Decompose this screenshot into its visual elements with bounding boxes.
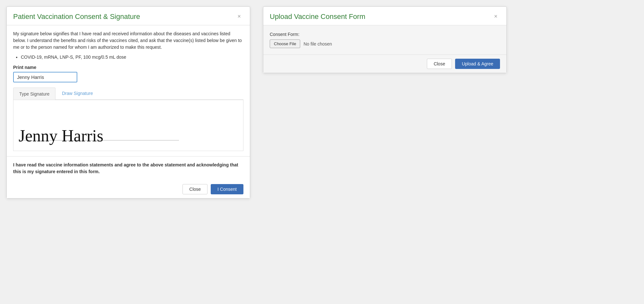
consent-text: My signature below signifies that I have… (13, 30, 243, 51)
consent-form-label: Consent Form: (270, 32, 500, 37)
vaccine-list: COVID-19, mRNA, LNP-S, PF, 100 mcg/0.5 m… (21, 55, 243, 60)
signature-display: Jenny Harris (19, 128, 103, 144)
right-modal-title: Upload Vaccine Consent Form (270, 13, 365, 21)
signature-tabs: Type Signature Draw Signature (13, 88, 243, 100)
tab-type-signature[interactable]: Type Signature (13, 88, 55, 100)
left-modal-header: Patient Vaccination Consent & Signature … (7, 7, 250, 25)
right-modal: Upload Vaccine Consent Form × Consent Fo… (263, 6, 507, 73)
right-modal-close-button[interactable]: × (491, 12, 500, 21)
choose-file-button[interactable]: Choose File (270, 39, 300, 48)
left-modal-title: Patient Vaccination Consent & Signature (13, 13, 140, 21)
left-modal-footer-buttons: Close I Consent (7, 180, 250, 198)
left-modal-close-button[interactable]: × (235, 12, 243, 21)
upload-body: Consent Form: Choose File No file chosen (263, 25, 506, 55)
print-name-label: Print name (13, 65, 243, 70)
left-modal-body: My signature below signifies that I have… (7, 25, 250, 156)
left-modal: Patient Vaccination Consent & Signature … (6, 6, 250, 198)
right-modal-header: Upload Vaccine Consent Form × (263, 7, 506, 25)
consent-button[interactable]: I Consent (211, 184, 243, 194)
right-modal-close-btn[interactable]: Close (427, 59, 452, 69)
no-file-text: No file chosen (303, 41, 332, 46)
print-name-input[interactable] (13, 72, 77, 82)
left-modal-close-btn[interactable]: Close (182, 184, 208, 194)
signature-area: Jenny Harris (13, 100, 243, 151)
vaccine-list-item: COVID-19, mRNA, LNP-S, PF, 100 mcg/0.5 m… (21, 55, 243, 60)
upload-agree-button[interactable]: Upload & Agree (455, 59, 500, 69)
upload-footer: Close Upload & Agree (263, 55, 506, 73)
left-modal-footer-text: I have read the vaccine information stat… (7, 156, 250, 180)
tab-draw-signature[interactable]: Draw Signature (56, 88, 99, 100)
file-input-wrapper: Choose File No file chosen (270, 39, 500, 48)
